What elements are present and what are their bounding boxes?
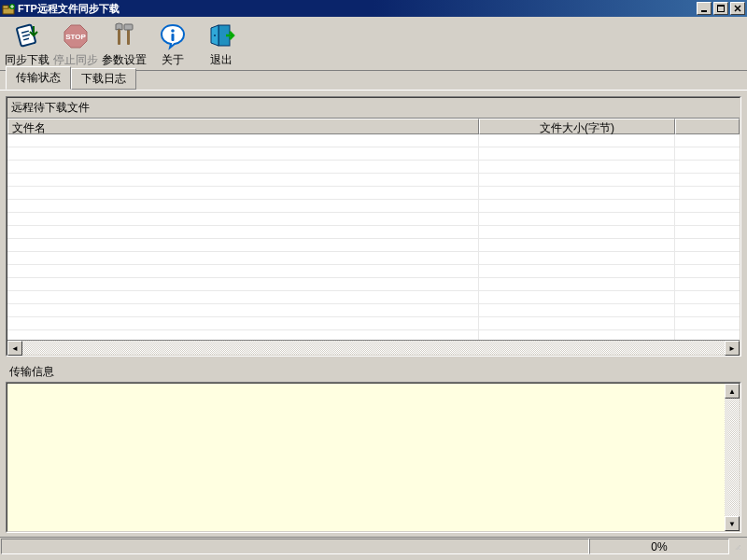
table-row: [7, 330, 740, 340]
scroll-right-button[interactable]: ►: [725, 341, 740, 356]
sync-download-icon: [12, 21, 42, 50]
table-row: [7, 161, 740, 174]
transfer-info-body[interactable]: [7, 384, 725, 531]
table-row: [7, 134, 740, 147]
transfer-info-panel: 传输信息 ▲ ▼: [6, 362, 741, 533]
horizontal-scrollbar[interactable]: ◄ ►: [7, 340, 740, 355]
col-filename-header[interactable]: 文件名: [7, 119, 479, 134]
svg-rect-1: [3, 6, 8, 8]
titlebar: FTP远程文件同步下载: [0, 0, 747, 17]
toolbar-label: 退出: [210, 52, 233, 68]
table-row: [7, 226, 740, 239]
exit-button[interactable]: 退出: [198, 19, 245, 69]
svg-rect-3: [701, 10, 707, 12]
svg-point-16: [214, 35, 216, 36]
scroll-down-button[interactable]: ▼: [725, 516, 740, 531]
toolbar-label: 关于: [162, 52, 184, 68]
titlebar-text: FTP远程文件同步下载: [18, 2, 697, 16]
titlebar-buttons: [697, 2, 745, 15]
grip-icon: [735, 540, 740, 553]
tab-download-log[interactable]: 下载日志: [71, 68, 136, 90]
transfer-info-title: 传输信息: [6, 362, 741, 382]
table-body[interactable]: [7, 134, 740, 340]
table-row: [7, 317, 740, 330]
exit-icon: [206, 21, 236, 50]
stop-icon: STOP: [61, 21, 91, 50]
table-row: [7, 278, 740, 291]
toolbar: 同步下载 STOP 停止同步 参数设置 关于 退出: [0, 17, 747, 71]
remote-files-panel: 远程待下载文件 文件名 文件大小(字节): [6, 96, 741, 357]
col-filesize-header[interactable]: 文件大小(字节): [479, 119, 675, 134]
about-button[interactable]: 关于: [149, 19, 196, 69]
tab-strip: 传输状态 下载日志: [0, 71, 747, 90]
table-row: [7, 174, 740, 187]
status-main: [1, 539, 589, 554]
remote-files-title: 远程待下载文件: [7, 98, 740, 119]
info-icon: [158, 21, 188, 50]
table-row: [7, 213, 740, 226]
table-row: [7, 187, 740, 200]
close-button[interactable]: [730, 2, 745, 15]
resize-grip[interactable]: [729, 539, 746, 554]
svg-rect-5: [717, 5, 725, 7]
tab-transfer-status[interactable]: 传输状态: [6, 66, 71, 90]
file-table: 文件名 文件大小(字节): [7, 119, 740, 355]
scroll-track[interactable]: [725, 399, 740, 516]
table-row: [7, 239, 740, 252]
status-percent: 0%: [589, 539, 729, 554]
app-icon: [2, 2, 15, 15]
table-row: [7, 304, 740, 317]
sync-download-button[interactable]: 同步下载: [4, 19, 50, 69]
scroll-up-button[interactable]: ▲: [725, 384, 740, 399]
svg-rect-11: [124, 24, 133, 30]
scroll-left-button[interactable]: ◄: [7, 341, 22, 356]
table-row: [7, 252, 740, 265]
stop-sync-button[interactable]: STOP 停止同步: [52, 19, 99, 69]
tools-icon: [109, 21, 139, 50]
statusbar: 0%: [0, 537, 747, 555]
settings-button[interactable]: 参数设置: [101, 19, 148, 69]
svg-text:STOP: STOP: [65, 33, 86, 41]
content-area: 远程待下载文件 文件名 文件大小(字节): [0, 90, 747, 533]
svg-point-12: [171, 29, 175, 33]
svg-rect-13: [172, 34, 175, 41]
vertical-scrollbar[interactable]: ▲ ▼: [725, 384, 740, 531]
toolbar-label: 参数设置: [102, 52, 147, 68]
table-row: [7, 147, 740, 161]
col-spacer-header: [675, 119, 740, 134]
table-row: [7, 291, 740, 304]
scroll-track[interactable]: [22, 341, 725, 355]
table-row: [7, 265, 740, 278]
table-header: 文件名 文件大小(字节): [7, 119, 740, 134]
minimize-button[interactable]: [697, 2, 712, 15]
maximize-button[interactable]: [713, 2, 728, 15]
table-row: [7, 200, 740, 213]
